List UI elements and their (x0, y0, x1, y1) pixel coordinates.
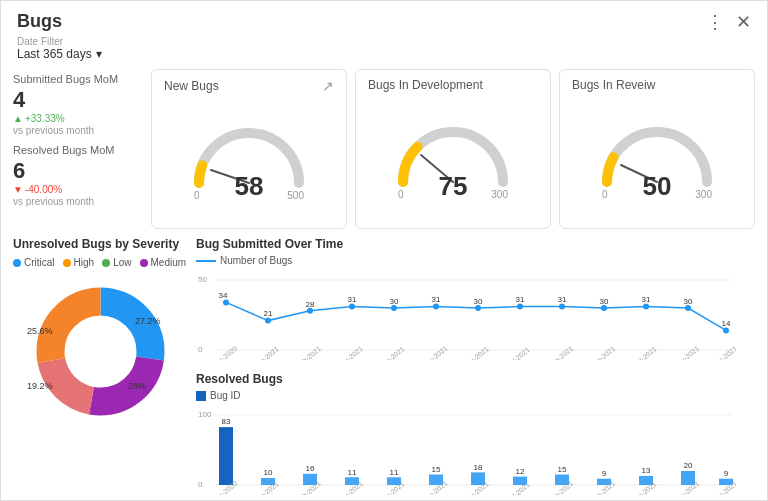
svg-rect-58 (219, 427, 233, 485)
svg-text:50: 50 (198, 275, 207, 284)
svg-point-16 (265, 318, 271, 324)
svg-text:Jul-2021: Jul-2021 (506, 346, 531, 360)
bar-chart-legend: Bug ID (196, 390, 755, 401)
main-content: Submitted Bugs MoM 4 ▲ +33.33% vs previo… (1, 69, 767, 501)
gauge-new-bugs: New Bugs ↗ 58 0 500 (151, 69, 347, 229)
legend-medium: Medium (140, 257, 187, 268)
svg-text:20: 20 (684, 461, 693, 470)
svg-text:Feb-2021: Feb-2021 (295, 345, 323, 360)
svg-text:30: 30 (684, 297, 693, 306)
high-dot (63, 259, 71, 267)
svg-text:Jan-2021: Jan-2021 (253, 345, 280, 360)
svg-text:30: 30 (474, 297, 483, 306)
svg-text:25.6%: 25.6% (27, 326, 53, 336)
resolved-vs: vs previous month (13, 196, 143, 207)
svg-text:30: 30 (390, 297, 399, 306)
svg-point-18 (349, 304, 355, 310)
resolved-value: 6 (13, 158, 143, 184)
svg-text:21: 21 (264, 309, 273, 318)
svg-text:16: 16 (306, 464, 315, 473)
submitted-stat: Submitted Bugs MoM 4 ▲ +33.33% vs previo… (13, 73, 143, 136)
svg-text:18: 18 (474, 463, 483, 472)
svg-point-20 (433, 304, 439, 310)
svg-text:Mar-2021: Mar-2021 (337, 345, 365, 360)
svg-text:0: 0 (198, 345, 203, 354)
bar-chart-section: Resolved Bugs Bug ID 100 0 (196, 372, 755, 499)
svg-text:Jun-2021: Jun-2021 (463, 345, 490, 360)
svg-text:Nov-2021: Nov-2021 (673, 345, 701, 360)
svg-text:Apr-2021: Apr-2021 (379, 345, 406, 360)
severity-legend: Critical High Low Medium (13, 257, 188, 268)
gauge-new-value: 58 (235, 171, 264, 202)
svg-point-23 (559, 304, 565, 310)
svg-text:28: 28 (306, 300, 315, 309)
submitted-change: ▲ +33.33% (13, 113, 143, 124)
svg-text:19.2%: 19.2% (27, 381, 53, 391)
bottom-row: Unresolved Bugs by Severity Critical Hig… (13, 237, 755, 499)
gauge-in-review: Bugs In Reveiw 50 0 300 (559, 69, 755, 229)
svg-text:100: 100 (198, 410, 212, 419)
dashboard: Bugs ⋮ ✕ Date Filter Last 365 days ▾ Sub… (0, 0, 768, 501)
charts-panel: Bug Submitted Over Time Number of Bugs 5… (196, 237, 755, 499)
page-title: Bugs (17, 11, 62, 32)
line-chart-legend: Number of Bugs (196, 255, 755, 266)
svg-text:15: 15 (432, 465, 441, 474)
line-chart: 50 0 (196, 270, 755, 364)
svg-text:31: 31 (432, 295, 441, 304)
donut-chart: 27.2% 25.6% 19.2% 28% (13, 274, 188, 429)
line-chart-section: Bug Submitted Over Time Number of Bugs 5… (196, 237, 755, 364)
svg-text:Sep-2021: Sep-2021 (589, 345, 617, 360)
severity-panel: Unresolved Bugs by Severity Critical Hig… (13, 237, 188, 499)
svg-text:Dec-2021: Dec-2021 (711, 345, 736, 360)
bar-chart-svg: 100 0 (196, 405, 736, 495)
svg-text:Aug-2021: Aug-2021 (547, 345, 575, 360)
svg-text:31: 31 (516, 295, 525, 304)
resolved-arrow: ▼ (13, 184, 23, 195)
gauge-new-container: 58 0 500 (164, 98, 334, 220)
donut-svg: 27.2% 25.6% 19.2% 28% (23, 274, 178, 429)
gauge-new-title: New Bugs ↗ (164, 78, 334, 94)
svg-text:31: 31 (348, 295, 357, 304)
submitted-label: Submitted Bugs MoM (13, 73, 143, 85)
svg-text:May-2021: May-2021 (420, 344, 449, 360)
low-dot (102, 259, 110, 267)
svg-text:14: 14 (722, 319, 731, 328)
external-link-icon[interactable]: ↗ (322, 78, 334, 94)
svg-text:0: 0 (198, 480, 203, 489)
svg-text:9: 9 (724, 469, 729, 478)
svg-point-15 (223, 299, 229, 305)
close-icon[interactable]: ✕ (736, 13, 751, 31)
date-filter: Date Filter Last 365 days ▾ (1, 36, 767, 69)
legend-low: Low (102, 257, 131, 268)
bar-legend-label: Bug ID (210, 390, 241, 401)
header: Bugs ⋮ ✕ (1, 1, 767, 36)
severity-title: Unresolved Bugs by Severity (13, 237, 188, 251)
svg-text:9: 9 (602, 469, 607, 478)
svg-text:34: 34 (219, 291, 228, 300)
date-filter-label: Date Filter (17, 36, 751, 47)
bar-legend-icon (196, 391, 206, 401)
svg-text:27.2%: 27.2% (135, 316, 161, 326)
bar-chart-title: Resolved Bugs (196, 372, 755, 386)
svg-text:31: 31 (558, 295, 567, 304)
line-chart-title: Bug Submitted Over Time (196, 237, 755, 251)
resolved-stat: Resolved Bugs MoM 6 ▼ -40.00% vs previou… (13, 144, 143, 207)
svg-text:10: 10 (264, 468, 273, 477)
gauge-dev-value: 75 (439, 171, 468, 202)
resolved-label: Resolved Bugs MoM (13, 144, 143, 156)
legend-high: High (63, 257, 95, 268)
svg-point-22 (517, 304, 523, 310)
submitted-value: 4 (13, 87, 143, 113)
menu-icon[interactable]: ⋮ (706, 13, 724, 31)
legend-critical: Critical (13, 257, 55, 268)
svg-text:Oct-2021: Oct-2021 (631, 345, 658, 360)
svg-text:83: 83 (222, 417, 231, 426)
svg-text:Dec-2020: Dec-2020 (211, 345, 239, 360)
gauge-review-container: 50 0 300 (572, 96, 742, 220)
header-actions: ⋮ ✕ (706, 13, 751, 31)
date-filter-dropdown[interactable]: Last 365 days ▾ (17, 47, 751, 61)
medium-dot (140, 259, 148, 267)
gauge-in-dev: Bugs In Development 75 0 300 (355, 69, 551, 229)
gauge-dev-container: 75 0 300 (368, 96, 538, 220)
bar-chart: 100 0 (196, 405, 755, 499)
